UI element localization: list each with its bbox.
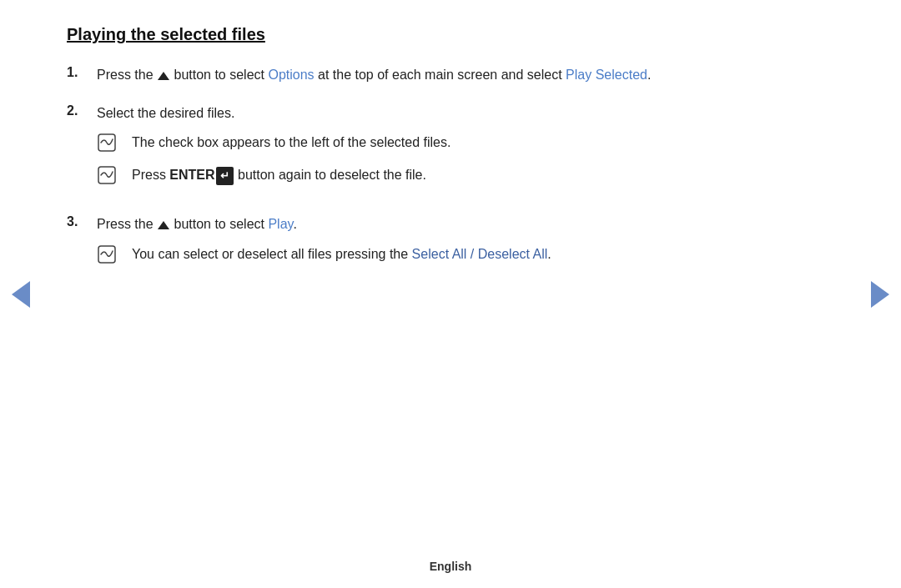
step-3-content: Press the button to select Play. Yo [97,214,834,276]
note-icon-2a [97,133,123,156]
page-container: Playing the selected files 1. Press the … [0,0,901,588]
enter-key-icon: ↵ [216,167,234,186]
note-2b: Press ENTER↵ button again to deselect th… [97,164,834,188]
enter-bold: ENTER↵ [169,168,234,182]
step-1-text: Press the button to select Options at th… [97,68,651,82]
note-3a-text: You can select or deselect all files pre… [132,244,551,265]
nav-arrow-left[interactable] [12,281,30,308]
steps-list: 1. Press the button to select Options at… [67,64,834,276]
footer-text: English [430,560,472,573]
content-area: Playing the selected files 1. Press the … [0,0,901,560]
step-3: 3. Press the button to select Play. [67,214,834,276]
note-2b-text: Press ENTER↵ button again to deselect th… [132,164,426,186]
step-3-text: Press the button to select Play. [97,217,297,231]
note-icon-3a [97,244,123,268]
footer: English [0,560,901,588]
play-selected-link: Play Selected [566,68,647,82]
step-2-content: Select the desired files. The check box … [97,103,834,198]
note-2a-text: The check box appears to the left of the… [132,132,450,153]
up-arrow-icon-1 [158,72,169,80]
step-1: 1. Press the button to select Options at… [67,64,834,86]
step-2-notes: The check box appears to the left of the… [97,132,834,188]
nav-arrow-right[interactable] [871,281,889,308]
page-title: Playing the selected files [67,25,834,44]
step-1-number: 1. [67,64,97,80]
step-2: 2. Select the desired files. [67,103,834,198]
select-all-link: Select All / Deselect All [412,247,548,261]
note-3a: You can select or deselect all files pre… [97,244,834,268]
up-arrow-icon-3 [158,221,169,229]
step-3-notes: You can select or deselect all files pre… [97,244,834,268]
step-2-number: 2. [67,103,97,118]
step-1-content: Press the button to select Options at th… [97,64,834,86]
play-link: Play [268,217,293,231]
step-3-number: 3. [67,214,97,229]
step-2-text: Select the desired files. [97,106,234,120]
options-link: Options [268,68,314,82]
note-icon-2b [97,165,123,188]
note-2a: The check box appears to the left of the… [97,132,834,156]
